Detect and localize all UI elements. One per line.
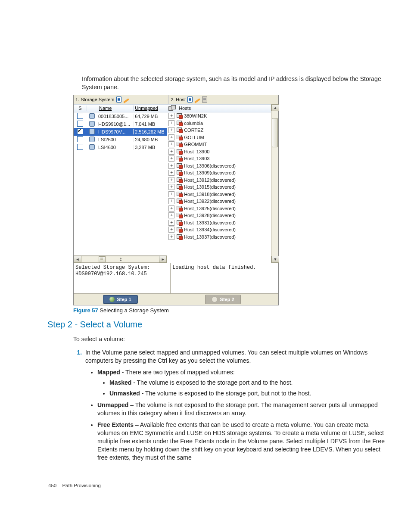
storage-row[interactable]: 0001835005...64,729 MB	[74, 112, 167, 120]
expand-icon[interactable]: +	[168, 156, 174, 162]
expand-icon[interactable]: +	[168, 113, 174, 119]
storage-panel: S Name Unmapped 0001835005...64,729 MBHD…	[74, 104, 167, 263]
host-row[interactable]: +columbia	[167, 119, 271, 127]
checkbox[interactable]	[77, 113, 83, 119]
storage-row[interactable]: HDS9970V...2,516,262 MB	[74, 128, 167, 136]
host-row[interactable]: +CORTEZ	[167, 127, 271, 134]
host-name: Host_13928	[184, 213, 209, 218]
storage-row[interactable]: LSI260024,680 MB	[74, 136, 167, 143]
expand-icon[interactable]: +	[168, 234, 174, 240]
hosts-tree-root[interactable]: Hosts	[167, 104, 271, 112]
host-row[interactable]: +Host_13909 (discovered)	[167, 169, 271, 177]
host-row[interactable]: +Host_13937 (discovered)	[167, 233, 271, 240]
host-row[interactable]: +Host_13903	[167, 155, 271, 162]
server-icon[interactable]	[202, 96, 207, 103]
expand-icon[interactable]: +	[168, 184, 174, 190]
host-discovered-label: (discovered)	[209, 163, 236, 168]
host-name: Host_13937	[184, 234, 209, 240]
host-row[interactable]: +Host_13934 (discovered)	[167, 226, 271, 233]
host-discovered-label: (discovered)	[209, 199, 236, 204]
host-row[interactable]: +Host_13928 (discovered)	[167, 212, 271, 219]
host-name: Host_13925	[184, 206, 209, 211]
host-name: Host_13912	[184, 177, 209, 183]
host-row[interactable]: +Host_13906 (discovered)	[167, 162, 271, 169]
bullet-masked: Masked - The volume is exposed to the st…	[109, 379, 385, 387]
storage-unmapped: 3,287 MB	[134, 145, 167, 150]
host-row[interactable]: +GOLLUM	[167, 134, 271, 141]
expand-icon[interactable]: +	[168, 170, 174, 176]
host-row[interactable]: +380WIN2K	[167, 112, 271, 120]
host-row[interactable]: +Host_13931 (discovered)	[167, 219, 271, 226]
checkbox[interactable]	[77, 121, 83, 127]
scroll-thumb[interactable]	[272, 118, 278, 147]
scroll-down-button[interactable]: ▼	[271, 256, 279, 263]
host-icon	[176, 142, 182, 147]
host-row[interactable]: +Host_13922 (discovered)	[167, 198, 271, 205]
host-name: GROMMIT	[184, 142, 207, 147]
storage-name: HDS9970V...	[97, 129, 134, 134]
hosts-header-label: Hosts	[177, 106, 191, 111]
col-name[interactable]: Name	[98, 106, 134, 111]
host-icon	[176, 227, 182, 232]
host-icon	[176, 135, 182, 140]
intro-paragraph: Information about the selected storage s…	[82, 75, 385, 91]
host-name: Host_13906	[184, 163, 209, 168]
expand-icon[interactable]: +	[168, 141, 174, 147]
host-discovered-label: (discovered)	[209, 184, 236, 190]
scroll-left-button[interactable]: ◄	[74, 256, 81, 263]
host-row[interactable]: +Host_13915 (discovered)	[167, 184, 271, 191]
expand-icon[interactable]: +	[168, 227, 174, 233]
host-name: columbia	[184, 121, 203, 126]
expand-icon[interactable]: +	[168, 198, 174, 204]
sheet-icon[interactable]	[187, 96, 193, 103]
bullet-mapped: Mapped - There are two types of mapped v…	[97, 368, 385, 398]
expand-icon[interactable]: +	[168, 220, 174, 226]
col-s[interactable]: S	[74, 106, 87, 111]
host-row[interactable]: +Host_13918 (discovered)	[167, 190, 271, 198]
expand-icon[interactable]: +	[168, 205, 174, 212]
bullet-free-extents: Free Extents – Available free extents th…	[97, 421, 385, 461]
step2-label: Step 2	[220, 297, 234, 302]
host-name: Host_13900	[184, 149, 209, 154]
checkbox[interactable]	[77, 136, 83, 142]
storage-name: LSI4600	[97, 145, 134, 150]
pencil-icon[interactable]	[123, 98, 129, 103]
host-name: Host_13922	[184, 199, 209, 204]
vertical-scrollbar[interactable]: ▲ ▼	[271, 104, 278, 263]
expand-icon[interactable]: +	[168, 191, 174, 197]
horizontal-scrollbar[interactable]: ◄ ↕ ►	[74, 255, 167, 263]
host-row[interactable]: +Host_13912 (discovered)	[167, 176, 271, 184]
host-icon	[176, 220, 182, 225]
storage-row[interactable]: LSI46003,287 MB	[74, 143, 167, 151]
storage-column-header[interactable]: S Name Unmapped	[74, 104, 167, 112]
expand-icon[interactable]: +	[168, 127, 174, 133]
scroll-up-button[interactable]: ▲	[271, 104, 279, 111]
host-row[interactable]: +GROMMIT	[167, 141, 271, 148]
storage-row[interactable]: HDS9910@1...7,041 MB	[74, 120, 167, 128]
storage-unmapped: 7,041 MB	[134, 121, 167, 127]
expand-icon[interactable]: +	[168, 134, 174, 140]
expand-icon[interactable]: +	[168, 212, 174, 218]
host-discovered-label: (discovered)	[209, 206, 236, 211]
expand-icon[interactable]: +	[168, 177, 174, 183]
expand-icon[interactable]: +	[168, 163, 174, 169]
figure-title: Selecting a Storage System	[100, 307, 168, 314]
expand-icon[interactable]: +	[168, 120, 174, 126]
storage-cylinder-icon	[89, 121, 95, 127]
host-status-info: Loading host data finished.	[171, 263, 278, 293]
expand-icon[interactable]: +	[168, 149, 174, 155]
checkbox[interactable]	[77, 128, 83, 134]
col-unmapped[interactable]: Unmapped	[134, 106, 167, 111]
storage-cylinder-icon	[89, 144, 95, 150]
host-row[interactable]: +Host_13900	[167, 148, 271, 155]
host-icon	[176, 184, 182, 190]
sheet-icon[interactable]	[116, 96, 121, 103]
host-row[interactable]: +Host_13925 (discovered)	[167, 205, 271, 212]
checkbox[interactable]	[77, 144, 83, 150]
pencil-icon[interactable]	[194, 98, 200, 103]
step1-button[interactable]: Step 1	[103, 295, 138, 304]
scroll-right-button[interactable]: ►	[159, 256, 167, 263]
selected-storage-info: Selected Storage System: HDS9970V@192.16…	[74, 263, 171, 293]
host-discovered-label: (discovered)	[209, 227, 236, 232]
storage-unmapped: 24,680 MB	[134, 137, 167, 142]
